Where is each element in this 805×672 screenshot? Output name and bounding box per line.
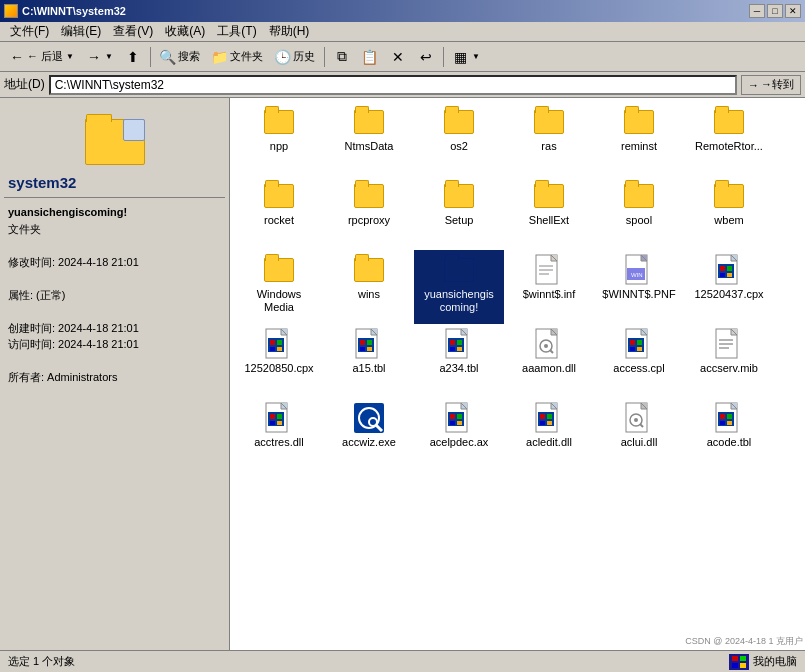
svg-rect-32 xyxy=(367,340,372,345)
address-input[interactable] xyxy=(49,75,737,95)
folder-wbem[interactable]: wbem xyxy=(684,176,774,250)
svg-rect-42 xyxy=(457,347,462,351)
file-access-cpl[interactable]: access.cpl xyxy=(594,324,684,398)
forward-button[interactable]: → ▼ xyxy=(81,46,118,68)
folder-rpcproxy[interactable]: rpcproxy xyxy=(324,176,414,250)
status-bar: 选定 1 个对象 我的电脑 xyxy=(0,650,805,672)
folder-setup-label: Setup xyxy=(445,214,474,227)
folder-wins-label: wins xyxy=(358,288,380,301)
file-a234tbl[interactable]: a234.tbl xyxy=(414,324,504,398)
folder-rocket[interactable]: rocket xyxy=(234,176,324,250)
file-12520437[interactable]: 12520437.cpx xyxy=(684,250,774,324)
svg-rect-39 xyxy=(450,340,455,345)
svg-rect-34 xyxy=(367,347,372,351)
folder-yuansichengiscoming[interactable]: yuansichengiscoming! xyxy=(414,250,504,324)
files-grid: npp NtmsData os2 ras reminst RemoteRt xyxy=(230,98,805,476)
folder-setup[interactable]: Setup xyxy=(414,176,504,250)
folder-wins[interactable]: wins xyxy=(324,250,414,324)
file-aclui-dll-label: aclui.dll xyxy=(621,436,658,449)
file-aaamon-dll[interactable]: aaamon.dll xyxy=(504,324,594,398)
window-icon xyxy=(4,4,18,18)
svg-rect-103 xyxy=(720,421,725,425)
file-aaamon-dll-label: aaamon.dll xyxy=(522,362,576,375)
delete-button[interactable]: ✕ xyxy=(385,46,411,68)
folder-ntmsdata[interactable]: NtmsData xyxy=(324,102,414,176)
folder-reminst[interactable]: reminst xyxy=(594,102,684,176)
svg-rect-18 xyxy=(727,273,732,277)
search-label: 搜索 xyxy=(178,49,200,64)
folder-ras-icon xyxy=(533,106,565,138)
menu-edit[interactable]: 编辑(E) xyxy=(55,22,107,41)
copy-button[interactable]: ⧉ xyxy=(329,46,355,68)
file-acctres-dll[interactable]: acctres.dll xyxy=(234,398,324,472)
search-button[interactable]: 🔍 搜索 xyxy=(155,46,205,68)
go-button[interactable]: → →转到 xyxy=(741,75,801,95)
file-acctres-dll-icon xyxy=(263,402,295,434)
file-accserv-mib[interactable]: accserv.mib xyxy=(684,324,774,398)
owner: 所有者: Administrators xyxy=(8,369,221,386)
title-bar-left: C:\WINNT\system32 xyxy=(4,4,126,18)
folder-ras[interactable]: ras xyxy=(504,102,594,176)
folders-button[interactable]: 📁 文件夹 xyxy=(207,46,268,68)
close-button[interactable]: ✕ xyxy=(785,4,801,18)
file-12520850[interactable]: 12520850.cpx xyxy=(234,324,324,398)
svg-rect-17 xyxy=(720,273,725,277)
folder-remotestor[interactable]: RemoteRtor... xyxy=(684,102,774,176)
svg-rect-87 xyxy=(540,414,545,419)
svg-point-47 xyxy=(544,344,548,348)
svg-rect-31 xyxy=(360,340,365,345)
my-computer-label: 我的电脑 xyxy=(753,654,797,669)
folder-shellext[interactable]: ShellExt xyxy=(504,176,594,250)
svg-rect-23 xyxy=(270,340,275,345)
svg-rect-25 xyxy=(270,347,275,351)
file-acode-tbl[interactable]: acode.tbl xyxy=(684,398,774,472)
file-winnt-pnf[interactable]: WIN $WINNT$.PNF xyxy=(594,250,684,324)
file-winnt-inf[interactable]: $winnt$.inf xyxy=(504,250,594,324)
folder-remotestor-label: RemoteRtor... xyxy=(695,140,763,153)
svg-rect-90 xyxy=(547,421,552,425)
file-access-cpl-icon xyxy=(623,328,655,360)
views-button[interactable]: ▦ ▼ xyxy=(448,46,485,68)
file-accserv-mib-label: accserv.mib xyxy=(700,362,758,375)
svg-rect-82 xyxy=(457,421,462,425)
menu-view[interactable]: 查看(V) xyxy=(107,22,159,41)
right-panel: npp NtmsData os2 ras reminst RemoteRt xyxy=(230,98,805,650)
file-accwiz-exe[interactable]: accwiz.exe xyxy=(324,398,414,472)
paste-button[interactable]: 📋 xyxy=(357,46,383,68)
file-winnt-inf-label: $winnt$.inf xyxy=(523,288,576,301)
minimize-button[interactable]: ─ xyxy=(749,4,765,18)
back-button[interactable]: ← ← 后退 ▼ xyxy=(4,46,79,68)
file-a15tbl[interactable]: a15.tbl xyxy=(324,324,414,398)
paste-icon: 📋 xyxy=(362,49,378,65)
folder-os2[interactable]: os2 xyxy=(414,102,504,176)
history-icon: 🕒 xyxy=(275,49,291,65)
folder-npp[interactable]: npp xyxy=(234,102,324,176)
maximize-button[interactable]: □ xyxy=(767,4,783,18)
folder-windowsmedia[interactable]: WindowsMedia xyxy=(234,250,324,324)
menu-tools[interactable]: 工具(T) xyxy=(211,22,262,41)
folder-yuansichengiscoming-label: yuansichengiscoming! xyxy=(424,288,494,314)
search-icon: 🔍 xyxy=(160,49,176,65)
svg-rect-107 xyxy=(732,663,738,668)
window-controls[interactable]: ─ □ ✕ xyxy=(749,4,801,18)
menu-help[interactable]: 帮助(H) xyxy=(263,22,316,41)
svg-rect-33 xyxy=(360,347,365,351)
history-button[interactable]: 🕒 历史 xyxy=(270,46,320,68)
file-accwiz-exe-icon xyxy=(353,402,385,434)
folder-windowsmedia-label: WindowsMedia xyxy=(257,288,302,314)
file-a15tbl-icon xyxy=(353,328,385,360)
svg-rect-106 xyxy=(740,656,746,661)
file-acelpdec-ax[interactable]: acelpdec.ax xyxy=(414,398,504,472)
folder-icon-large xyxy=(80,106,150,166)
folder-rocket-icon xyxy=(263,180,295,212)
svg-rect-56 xyxy=(637,347,642,351)
undo-button[interactable]: ↩ xyxy=(413,46,439,68)
up-button[interactable]: ⬆ xyxy=(120,46,146,68)
file-aclui-dll[interactable]: aclui.dll xyxy=(594,398,684,472)
menu-favorites[interactable]: 收藏(A) xyxy=(159,22,211,41)
undo-icon: ↩ xyxy=(418,49,434,65)
menu-file[interactable]: 文件(F) xyxy=(4,22,55,41)
file-aclui-dll-icon xyxy=(623,402,655,434)
folder-spool[interactable]: spool xyxy=(594,176,684,250)
file-acledit-dll[interactable]: acledit.dll xyxy=(504,398,594,472)
